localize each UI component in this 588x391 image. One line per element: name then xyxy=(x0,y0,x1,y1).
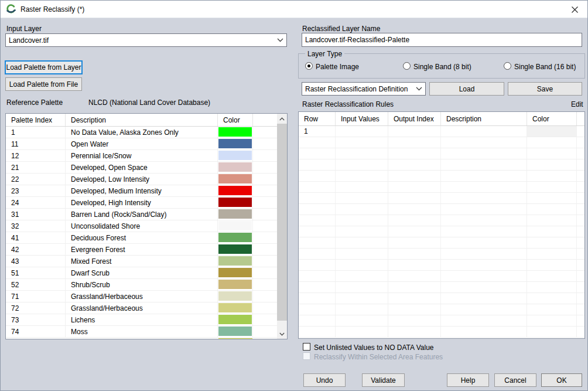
rules-cell xyxy=(441,304,527,315)
palette-description-cell: Grassland/Herbaceous xyxy=(66,302,218,314)
rules-cell xyxy=(336,237,388,248)
help-button[interactable]: Help xyxy=(447,373,489,387)
radio-single-band-16bit-label[interactable]: Single Band (16 bit) xyxy=(514,63,576,71)
palette-row[interactable]: 12Perennial Ice/Snow xyxy=(6,150,277,162)
rules-cell xyxy=(336,182,388,192)
palette-row[interactable]: 41Deciduous Forest xyxy=(6,232,277,244)
rules-cell xyxy=(336,249,388,259)
input-layer-combo[interactable]: Landcover.tif xyxy=(5,33,287,47)
palette-color-cell xyxy=(218,162,253,173)
edit-link[interactable]: Edit xyxy=(571,100,583,108)
rules-empty-row[interactable] xyxy=(299,327,584,338)
palette-row[interactable]: 42Evergreen Forest xyxy=(6,244,277,256)
validate-button[interactable]: Validate xyxy=(362,373,405,387)
rules-cell xyxy=(441,215,527,226)
rules-spacer-cell xyxy=(577,249,584,259)
radio-single-band-8bit-label[interactable]: Single Band (8 bit) xyxy=(413,63,471,71)
rules-empty-row[interactable] xyxy=(299,304,584,315)
rules-empty-row[interactable] xyxy=(299,282,584,293)
title-bar: Raster Reclassify (*) xyxy=(1,1,587,18)
rules-cell xyxy=(527,237,577,248)
palette-row[interactable]: 31Barren Land (Rock/Sand/Clay) xyxy=(6,209,277,220)
rules-row[interactable]: 1 xyxy=(299,126,584,137)
rules-cell xyxy=(388,204,441,215)
scrollbar-thumb[interactable] xyxy=(277,124,287,321)
rules-empty-row[interactable] xyxy=(299,171,584,182)
rules-cell xyxy=(527,249,577,259)
set-unlisted-nodata-checkbox[interactable] xyxy=(303,343,310,351)
rules-empty-row[interactable] xyxy=(299,260,584,271)
rules-empty-row[interactable] xyxy=(299,226,584,237)
radio-palette-image[interactable] xyxy=(305,62,313,70)
radio-palette-image-label[interactable]: Palette Image xyxy=(316,63,359,71)
palette-row[interactable]: 22Developed, Low Intensity xyxy=(6,174,277,185)
rules-spacer-cell xyxy=(577,327,584,337)
rules-cell xyxy=(299,315,336,326)
rules-label: Raster Reclassification Rules xyxy=(302,100,394,108)
reclassify-area-label: Reclassify Within Selected Area Features xyxy=(314,353,443,361)
undo-button[interactable]: Undo xyxy=(303,373,346,387)
palette-row[interactable]: 52Shrub/Scrub xyxy=(6,279,277,291)
palette-row[interactable]: 1No Data Value, Alaska Zones Only xyxy=(6,127,277,138)
reference-palette-name: NLCD (National Land Cover Database) xyxy=(88,98,210,107)
reclassification-definition-combo[interactable]: Raster Reclassification Definition xyxy=(302,82,426,96)
rules-cell xyxy=(527,304,577,315)
rules-empty-row[interactable] xyxy=(299,193,584,204)
palette-row[interactable]: 23Developed, Medium Intensity xyxy=(6,185,277,197)
set-unlisted-nodata-label[interactable]: Set Unlisted Values to NO DATA Value xyxy=(314,344,434,352)
reclassified-layer-name-input[interactable] xyxy=(302,33,582,47)
radio-single-band-16bit[interactable] xyxy=(504,62,511,70)
rules-empty-row[interactable] xyxy=(299,159,584,171)
palette-table-scrollbar[interactable] xyxy=(277,114,287,339)
palette-row[interactable]: 72Grassland/Herbaceous xyxy=(6,302,277,314)
rules-cell xyxy=(527,315,577,326)
rules-cell xyxy=(527,327,577,337)
load-button[interactable]: Load xyxy=(429,82,504,96)
palette-row[interactable]: 71Grassland/Herbaceous xyxy=(6,291,277,302)
rules-empty-row[interactable] xyxy=(299,148,584,159)
rules-cell xyxy=(336,226,388,237)
rules-cell xyxy=(441,126,527,137)
rules-empty-row[interactable] xyxy=(299,249,584,260)
palette-row[interactable]: 73Lichens xyxy=(6,314,277,326)
rules-cell xyxy=(441,148,527,159)
close-button[interactable] xyxy=(562,1,587,18)
radio-single-band-8bit[interactable] xyxy=(403,62,411,70)
rules-empty-row[interactable] xyxy=(299,182,584,193)
palette-row[interactable]: 32Unconsolidated Shore xyxy=(6,220,277,232)
rules-spacer-cell xyxy=(577,126,584,137)
palette-description-cell: Shrub/Scrub xyxy=(66,279,218,290)
rules-empty-row[interactable] xyxy=(299,215,584,226)
rules-empty-row[interactable] xyxy=(299,137,584,148)
palette-color-cell xyxy=(218,138,253,149)
rules-cell xyxy=(527,148,577,159)
column-header-spacer xyxy=(577,112,584,125)
palette-row[interactable]: 43Mixed Forest xyxy=(6,256,277,267)
load-palette-from-layer-button[interactable]: Load Palette from Layer xyxy=(5,60,83,74)
scroll-down-icon[interactable] xyxy=(277,329,287,339)
palette-color-cell xyxy=(218,209,253,220)
palette-row[interactable]: 24Developed, High Intensity xyxy=(6,197,277,209)
cancel-button[interactable]: Cancel xyxy=(494,373,536,387)
reference-palette-label: Reference Palette xyxy=(6,98,63,107)
rules-empty-row[interactable] xyxy=(299,293,584,304)
palette-row[interactable]: 51Dwarf Scrub xyxy=(6,267,277,279)
rules-empty-row[interactable] xyxy=(299,271,584,282)
scroll-up-icon[interactable] xyxy=(277,114,287,124)
ok-button[interactable]: OK xyxy=(541,373,582,387)
rules-spacer-cell xyxy=(577,193,584,203)
palette-description-cell: Open Water xyxy=(66,138,218,149)
rules-cell xyxy=(441,171,527,181)
rules-empty-row[interactable] xyxy=(299,204,584,215)
rules-cell xyxy=(388,327,441,337)
palette-row[interactable]: 11Open Water xyxy=(6,138,277,150)
palette-row[interactable]: 21Developed, Open Space xyxy=(6,162,277,174)
rules-empty-row[interactable] xyxy=(299,237,584,249)
load-palette-from-file-button[interactable]: Load Palette from File xyxy=(5,77,82,91)
save-button[interactable]: Save xyxy=(508,82,582,96)
rules-empty-row[interactable] xyxy=(299,315,584,327)
palette-row[interactable]: 74Moss xyxy=(6,326,277,338)
rules-spacer-cell xyxy=(577,171,584,181)
palette-color-cell xyxy=(218,314,253,325)
palette-spacer-cell xyxy=(253,174,277,185)
